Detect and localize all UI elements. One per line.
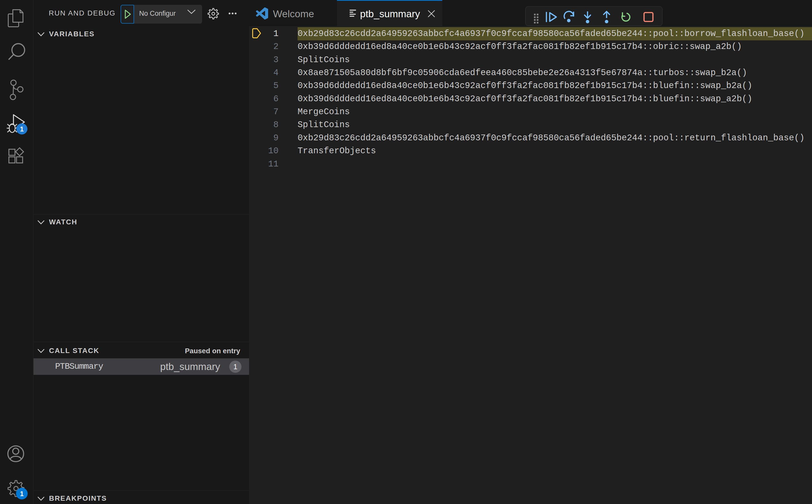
svg-text:1: 1: [20, 490, 24, 498]
svg-text:1: 1: [20, 125, 24, 133]
